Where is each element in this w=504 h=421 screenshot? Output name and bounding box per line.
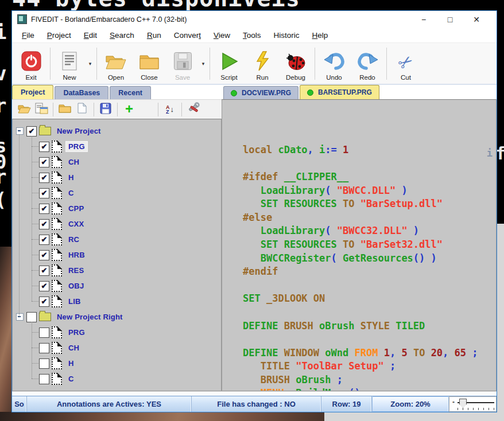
checkbox[interactable]: ✔ bbox=[26, 126, 37, 137]
code-line: DEFINE BRUSH oBrush STYLE TILED bbox=[243, 319, 496, 333]
tree-item-cpp[interactable]: ✔CPP bbox=[13, 201, 221, 216]
open-button[interactable]: Open bbox=[99, 46, 133, 81]
checkbox[interactable]: ✔ bbox=[39, 142, 49, 152]
code-line: #else bbox=[243, 211, 496, 225]
maximize-button[interactable]: □ bbox=[437, 15, 463, 24]
tree-connector-line bbox=[32, 322, 32, 379]
menu-help[interactable]: Help bbox=[306, 30, 335, 41]
undo-button[interactable]: Undo bbox=[317, 46, 351, 81]
tree-item-new-project[interactable]: ✔New Project bbox=[13, 123, 221, 139]
toolbar-button-label: Script bbox=[220, 74, 237, 81]
new-button[interactable]: New bbox=[53, 46, 86, 81]
checkbox[interactable]: ✔ bbox=[39, 219, 49, 229]
folder-sm-button[interactable] bbox=[56, 103, 73, 115]
checkbox[interactable]: ✔ bbox=[39, 157, 49, 167]
horizontal-scrollbar[interactable] bbox=[12, 391, 497, 396]
exit-button[interactable]: Exit bbox=[14, 46, 48, 81]
menu-tools[interactable]: Tools bbox=[237, 30, 267, 41]
floppy-gray-icon bbox=[173, 52, 192, 73]
dropdown-arrow-icon[interactable]: ▾ bbox=[86, 61, 94, 67]
menu-view[interactable]: View bbox=[207, 30, 237, 41]
desktop-console-strip: 544 bytes disponiveis bbox=[0, 0, 504, 10]
slider-thumb-icon[interactable] bbox=[459, 399, 467, 408]
redo-button[interactable]: Redo bbox=[351, 46, 384, 81]
debug-button[interactable]: Debug bbox=[279, 46, 312, 81]
code-editor[interactable]: i local cDato, i:= 1 #ifdef __CLIPPER__ … bbox=[222, 99, 497, 391]
tree-item-h[interactable]: ✔H bbox=[13, 170, 221, 185]
checkbox[interactable]: ✔ bbox=[39, 297, 49, 307]
doc-sm-button[interactable] bbox=[73, 103, 91, 116]
menu-convert[interactable]: Convert bbox=[168, 30, 207, 41]
tree-item-res[interactable]: ✔RES bbox=[13, 263, 221, 278]
tree-item-new-project-right[interactable]: New Project Right bbox=[13, 309, 221, 325]
tree-item-h[interactable]: H bbox=[13, 356, 221, 371]
checkbox[interactable]: ✔ bbox=[39, 235, 49, 245]
checkbox[interactable]: ✔ bbox=[39, 281, 49, 291]
checkbox[interactable] bbox=[39, 358, 49, 369]
toolbar-separator bbox=[96, 48, 97, 80]
redo-arrow-icon bbox=[357, 52, 378, 72]
menu-edit[interactable]: Edit bbox=[77, 30, 103, 41]
tab-project[interactable]: Project bbox=[12, 85, 53, 99]
minimize-button[interactable]: − bbox=[410, 15, 437, 24]
dropdown-arrow-icon[interactable]: ▾ bbox=[199, 61, 207, 67]
close-button[interactable]: Close bbox=[133, 46, 166, 81]
tree-item-hrb[interactable]: ✔HRB bbox=[13, 247, 221, 263]
checkbox[interactable]: ✔ bbox=[39, 188, 49, 198]
tree-item-c[interactable]: ✔C bbox=[13, 185, 221, 201]
tab-recent[interactable]: Recent bbox=[110, 86, 151, 99]
tools-button[interactable] bbox=[185, 102, 202, 116]
cut-button[interactable]: ✂Cut bbox=[389, 46, 422, 81]
menu-historic[interactable]: Historic bbox=[267, 30, 306, 41]
checkbox[interactable] bbox=[26, 312, 37, 322]
desktop-photo-bottom bbox=[0, 412, 324, 421]
menu-search[interactable]: Search bbox=[103, 30, 141, 41]
menu-file[interactable]: File bbox=[15, 30, 41, 41]
zoom-slider[interactable]: - bbox=[449, 396, 497, 412]
code-line: #endif bbox=[243, 265, 496, 279]
checkbox[interactable]: ✔ bbox=[39, 250, 49, 260]
checkbox[interactable]: ✔ bbox=[39, 173, 49, 183]
tree-item-prg[interactable]: PRG bbox=[13, 325, 221, 340]
menu-project[interactable]: Project bbox=[41, 30, 77, 41]
toolbar-button-label: Undo bbox=[326, 74, 342, 81]
tree-item-obj[interactable]: ✔OBJ bbox=[13, 278, 221, 294]
tree-item-cxx[interactable]: ✔CXX bbox=[13, 216, 221, 232]
code-line: SET RESOURCES TO "BarSet32.dll" bbox=[243, 238, 496, 252]
console-char: ( bbox=[0, 188, 6, 211]
tree-item-ch[interactable]: CH bbox=[13, 340, 221, 356]
plus-icon: + bbox=[125, 103, 133, 116]
tree-item-prg[interactable]: ✔PRG bbox=[13, 139, 221, 154]
tab-databases[interactable]: DataBases bbox=[55, 86, 108, 99]
checkbox[interactable]: ✔ bbox=[39, 204, 49, 214]
sort-az-button[interactable]: AZ↓ bbox=[161, 105, 179, 114]
close-button[interactable]: ✕ bbox=[463, 15, 490, 24]
plus-button[interactable]: + bbox=[121, 103, 138, 116]
desktop-right-strip: f bbox=[497, 0, 504, 224]
project-new-icon bbox=[35, 103, 48, 116]
tree-item-lib[interactable]: ✔LIB bbox=[13, 294, 221, 309]
tree-item-ch[interactable]: ✔CH bbox=[13, 154, 221, 170]
tree-item-label: LIB bbox=[66, 297, 83, 306]
collapse-toggle-icon[interactable] bbox=[16, 313, 24, 321]
checkbox[interactable]: ✔ bbox=[39, 266, 49, 276]
editor-tab-docview.prg[interactable]: DOCVIEW.PRG bbox=[223, 86, 298, 99]
floppy-blue-button[interactable] bbox=[97, 103, 114, 116]
menu-run[interactable]: Run bbox=[141, 30, 168, 41]
tree-item-rc[interactable]: ✔RC bbox=[13, 232, 221, 247]
code-line bbox=[243, 333, 496, 346]
project-tree[interactable]: ✔New Project✔PRG✔CH✔H✔C✔CPP✔CXX✔RC✔HRB✔R… bbox=[12, 119, 222, 391]
collapse-toggle-icon[interactable] bbox=[16, 127, 24, 135]
status-annotations-are-actives: Annotations are Actives: YES bbox=[27, 396, 192, 412]
folder-open-sm-button[interactable] bbox=[15, 103, 33, 116]
project-new-button[interactable] bbox=[33, 103, 50, 116]
checkbox[interactable] bbox=[39, 328, 49, 338]
run-button[interactable]: Run bbox=[246, 46, 279, 81]
editor-tab-barsetup.prg[interactable]: BARSETUP.PRG bbox=[300, 85, 379, 99]
script-button[interactable]: Script bbox=[212, 46, 246, 81]
checkbox[interactable] bbox=[39, 374, 49, 384]
checkbox[interactable] bbox=[39, 343, 49, 353]
tree-item-c[interactable]: C bbox=[13, 371, 221, 387]
save-button[interactable]: Save bbox=[166, 46, 199, 81]
file-type-icon bbox=[52, 187, 62, 199]
